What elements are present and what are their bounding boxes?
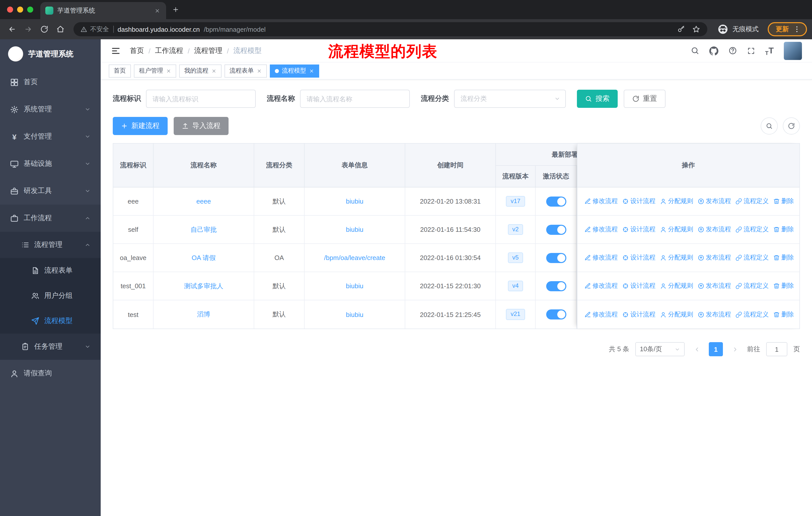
sidebar-item-user-group[interactable]: 用户分组 bbox=[0, 283, 101, 308]
assign-rule-link[interactable]: 分配规则 bbox=[660, 225, 693, 234]
active-toggle[interactable] bbox=[546, 224, 566, 235]
sidebar-item-payment[interactable]: ¥ 支付管理 bbox=[0, 123, 101, 150]
publish-process-link[interactable]: 发布流程 bbox=[698, 225, 731, 234]
edit-process-link[interactable]: 修改流程 bbox=[584, 197, 618, 206]
process-name-link[interactable]: 自己审批 bbox=[191, 225, 217, 234]
security-chip[interactable]: 不安全 bbox=[81, 25, 109, 33]
publish-process-link[interactable]: 发布流程 bbox=[698, 253, 731, 262]
breadcrumb-item-workflow[interactable]: 工作流程 bbox=[155, 46, 183, 55]
delete-link[interactable]: 删除 bbox=[773, 310, 794, 319]
delete-link[interactable]: 删除 bbox=[773, 225, 794, 234]
back-button[interactable] bbox=[5, 22, 19, 36]
password-key-icon[interactable] bbox=[677, 25, 685, 33]
sidebar-item-system[interactable]: 系统管理 bbox=[0, 96, 101, 123]
sidebar-item-leave-query[interactable]: 请假查询 bbox=[0, 360, 101, 387]
sidebar-item-task-management[interactable]: 任务管理 bbox=[0, 333, 101, 360]
design-process-link[interactable]: 设计流程 bbox=[622, 310, 656, 319]
process-name-link[interactable]: 滔博 bbox=[197, 310, 210, 319]
fullscreen-icon[interactable] bbox=[747, 47, 755, 55]
edit-process-link[interactable]: 修改流程 bbox=[584, 225, 618, 234]
delete-link[interactable]: 删除 bbox=[773, 253, 794, 262]
zoom-window-button[interactable] bbox=[27, 6, 33, 12]
publish-process-link[interactable]: 发布流程 bbox=[698, 310, 731, 319]
process-id-input[interactable] bbox=[146, 90, 256, 108]
process-definition-link[interactable]: 流程定义 bbox=[735, 310, 769, 319]
browser-tab[interactable]: 芋道管理系统 bbox=[40, 2, 166, 19]
create-process-button[interactable]: 新建流程 bbox=[113, 117, 168, 135]
breadcrumb-item-process-management[interactable]: 流程管理 bbox=[194, 46, 223, 55]
assign-rule-link[interactable]: 分配规则 bbox=[660, 253, 693, 262]
tag-process-model[interactable]: 流程模型 bbox=[270, 64, 319, 77]
form-info-link[interactable]: biubiu bbox=[346, 311, 363, 318]
design-process-link[interactable]: 设计流程 bbox=[622, 282, 656, 290]
design-process-link[interactable]: 设计流程 bbox=[622, 253, 656, 262]
sidebar-item-home[interactable]: 首页 bbox=[0, 69, 101, 96]
help-icon[interactable] bbox=[728, 46, 737, 55]
tag-tenant[interactable]: 租户管理 bbox=[134, 64, 176, 77]
close-icon[interactable] bbox=[166, 68, 171, 73]
edit-process-link[interactable]: 修改流程 bbox=[584, 310, 618, 319]
active-toggle[interactable] bbox=[546, 196, 566, 206]
new-tab-button[interactable] bbox=[168, 2, 183, 17]
refresh-table-button[interactable] bbox=[783, 117, 800, 135]
process-definition-link[interactable]: 流程定义 bbox=[735, 253, 769, 262]
close-window-button[interactable] bbox=[7, 6, 13, 12]
assign-rule-link[interactable]: 分配规则 bbox=[660, 310, 693, 319]
tag-process-form[interactable]: 流程表单 bbox=[225, 64, 267, 77]
publish-process-link[interactable]: 发布流程 bbox=[698, 197, 731, 206]
sidebar-item-infrastructure[interactable]: 基础设施 bbox=[0, 150, 101, 178]
edit-process-link[interactable]: 修改流程 bbox=[584, 282, 618, 290]
close-icon[interactable] bbox=[211, 68, 216, 73]
sidebar-item-dev-tools[interactable]: 研发工具 bbox=[0, 178, 101, 205]
form-info-link[interactable]: biubiu bbox=[346, 282, 363, 290]
process-definition-link[interactable]: 流程定义 bbox=[735, 225, 769, 234]
process-definition-link[interactable]: 流程定义 bbox=[735, 282, 769, 290]
github-icon[interactable] bbox=[709, 46, 718, 55]
form-info-link[interactable]: biubiu bbox=[346, 197, 363, 205]
sidebar-item-process-model[interactable]: 流程模型 bbox=[0, 308, 101, 333]
app-logo[interactable]: 芋道管理系统 bbox=[0, 39, 101, 69]
assign-rule-link[interactable]: 分配规则 bbox=[660, 197, 693, 206]
import-process-button[interactable]: 导入流程 bbox=[174, 117, 229, 135]
sidebar-item-process-form[interactable]: 流程表单 bbox=[0, 258, 101, 283]
assign-rule-link[interactable]: 分配规则 bbox=[660, 282, 693, 290]
tag-home[interactable]: 首页 bbox=[109, 64, 131, 77]
process-name-link[interactable]: OA 请假 bbox=[192, 253, 215, 262]
process-definition-link[interactable]: 流程定义 bbox=[735, 197, 769, 206]
goto-page-input[interactable] bbox=[766, 342, 787, 356]
process-name-input[interactable] bbox=[300, 90, 410, 108]
search-icon[interactable] bbox=[691, 46, 699, 55]
forward-button[interactable] bbox=[21, 22, 35, 36]
font-size-icon[interactable]: TT bbox=[765, 46, 774, 56]
next-page-button[interactable] bbox=[729, 342, 741, 356]
collapse-sidebar-icon[interactable] bbox=[111, 46, 121, 56]
active-toggle[interactable] bbox=[546, 309, 566, 320]
close-icon[interactable] bbox=[257, 68, 262, 73]
page-1-button[interactable]: 1 bbox=[709, 342, 723, 356]
search-button[interactable]: 搜索 bbox=[577, 90, 618, 108]
form-info-link[interactable]: biubiu bbox=[346, 226, 363, 233]
active-toggle[interactable] bbox=[546, 253, 566, 263]
delete-link[interactable]: 删除 bbox=[773, 197, 794, 206]
tab-close-icon[interactable] bbox=[153, 6, 161, 15]
close-icon[interactable] bbox=[309, 68, 314, 73]
home-button[interactable] bbox=[53, 22, 67, 36]
process-name-link[interactable]: eeee bbox=[196, 197, 211, 205]
bookmark-star-icon[interactable] bbox=[692, 25, 700, 33]
prev-page-button[interactable] bbox=[691, 342, 703, 356]
minimize-window-button[interactable] bbox=[17, 6, 23, 12]
browser-update-button[interactable]: 更新 bbox=[768, 22, 807, 36]
publish-process-link[interactable]: 发布流程 bbox=[698, 282, 731, 290]
reset-button[interactable]: 重置 bbox=[624, 90, 666, 108]
reload-button[interactable] bbox=[37, 22, 51, 36]
browser-menu-icon[interactable] bbox=[793, 25, 801, 33]
breadcrumb-item-home[interactable]: 首页 bbox=[130, 46, 144, 55]
design-process-link[interactable]: 设计流程 bbox=[622, 225, 656, 234]
page-size-select[interactable]: 10条/页 bbox=[635, 342, 685, 356]
show-search-button[interactable] bbox=[761, 117, 778, 135]
tag-my-process[interactable]: 我的流程 bbox=[179, 64, 222, 77]
delete-link[interactable]: 删除 bbox=[773, 282, 794, 290]
user-avatar[interactable] bbox=[784, 42, 802, 60]
address-bar[interactable]: 不安全 dashboard.yudao.iocoder.cn/bpm/manag… bbox=[74, 22, 707, 36]
active-toggle[interactable] bbox=[546, 281, 566, 291]
